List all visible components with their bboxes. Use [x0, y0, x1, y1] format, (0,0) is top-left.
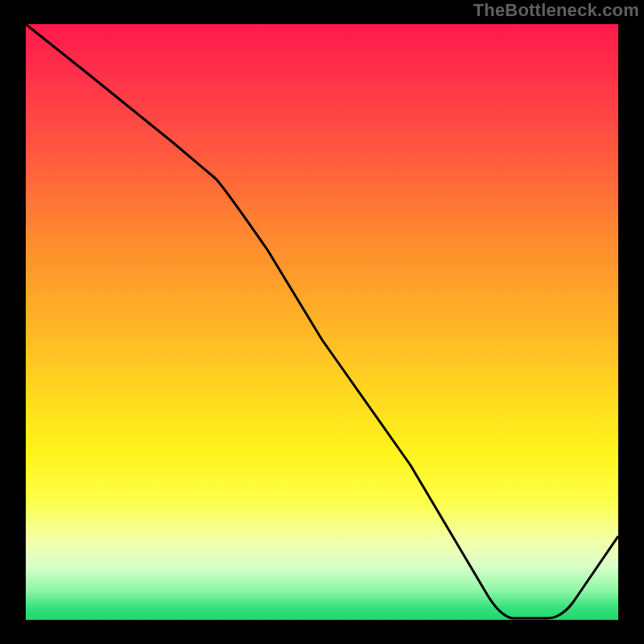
watermark-text: TheBottleneck.com [473, 0, 639, 21]
chart-container: TheBottleneck.com [0, 0, 644, 644]
bottleneck-line [26, 24, 618, 620]
bottleneck-line-path [26, 24, 618, 618]
plot-area [26, 24, 618, 620]
